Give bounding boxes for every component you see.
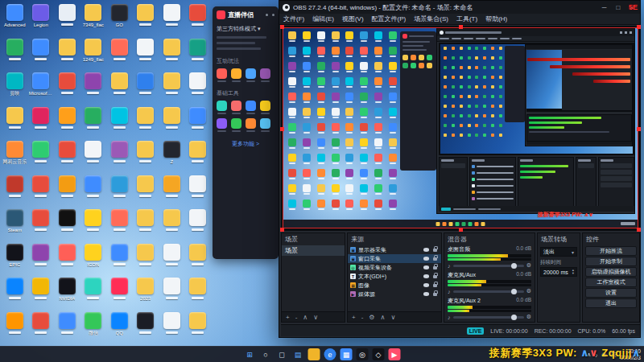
companion-more-link[interactable]: 更多功能 > bbox=[217, 140, 275, 148]
visibility-eye-icon[interactable] bbox=[423, 283, 429, 287]
source-item[interactable]: ◎视频采集设备 bbox=[348, 263, 441, 272]
volume-slider-handle[interactable] bbox=[511, 289, 517, 294]
selection-handle[interactable] bbox=[280, 228, 284, 232]
taskbar-icon-start[interactable]: ⊞ bbox=[244, 348, 256, 360]
remove-button[interactable]: - bbox=[361, 314, 364, 321]
lock-icon[interactable] bbox=[433, 257, 437, 261]
companion-tool[interactable] bbox=[260, 68, 270, 82]
selection-handle[interactable] bbox=[459, 228, 463, 232]
desktop-icon[interactable] bbox=[185, 70, 212, 105]
desktop-icon[interactable]: 2023 bbox=[133, 275, 159, 310]
remove-button[interactable]: - bbox=[295, 314, 298, 321]
desktop-icon[interactable] bbox=[185, 173, 212, 208]
desktop-icon[interactable] bbox=[185, 241, 212, 276]
companion-tool[interactable] bbox=[246, 101, 256, 114]
source-item[interactable]: ▣显示器采集 bbox=[348, 245, 441, 254]
desktop-icon[interactable] bbox=[133, 310, 159, 344]
volume-slider-handle[interactable] bbox=[511, 315, 517, 320]
desktop-icon[interactable] bbox=[133, 2, 159, 36]
desktop-icon[interactable]: Advanced bbox=[2, 2, 28, 36]
desktop-icon[interactable] bbox=[54, 310, 80, 344]
taskbar-icon-capcut[interactable]: ◇ bbox=[373, 348, 385, 360]
selection-handle[interactable] bbox=[280, 25, 284, 29]
visibility-eye-icon[interactable] bbox=[423, 257, 429, 261]
menubar-item[interactable]: 帮助(H) bbox=[481, 14, 511, 23]
desktop-icon[interactable] bbox=[80, 105, 107, 139]
volume-slider-handle[interactable] bbox=[511, 263, 517, 269]
source-item[interactable]: T文本(GDI+) bbox=[348, 272, 441, 281]
desktop-icon[interactable] bbox=[28, 105, 55, 139]
start-virtual-camera-button[interactable]: 启动虚拟摄像机 bbox=[585, 267, 637, 277]
taskbar-icon-file-explorer[interactable] bbox=[308, 348, 320, 360]
desktop-icon[interactable]: 网易云音乐 bbox=[2, 138, 28, 173]
desktop-icon[interactable]: QQ bbox=[106, 310, 133, 344]
scene-item[interactable]: 场景 bbox=[282, 245, 345, 256]
desktop-icon[interactable] bbox=[106, 173, 133, 208]
desktop-icon[interactable] bbox=[133, 36, 159, 71]
desktop-icon[interactable] bbox=[28, 36, 55, 71]
move-down-button[interactable]: ∨ bbox=[390, 314, 395, 321]
taskbar-icon-task-view[interactable]: ◻ bbox=[276, 348, 288, 360]
desktop-icon[interactable] bbox=[54, 36, 80, 71]
desktop-icon[interactable] bbox=[2, 105, 28, 139]
taskbar-icon-edge[interactable]: e bbox=[324, 348, 336, 360]
desktop-icon[interactable] bbox=[133, 70, 159, 105]
desktop-icon[interactable] bbox=[54, 173, 80, 208]
desktop-icon[interactable] bbox=[185, 207, 212, 241]
desktop-icon[interactable] bbox=[185, 2, 212, 36]
desktop-icon[interactable]: NVIDIA bbox=[54, 275, 80, 310]
desktop-icon[interactable] bbox=[106, 70, 133, 105]
desktop-icon[interactable]: Legion bbox=[28, 2, 55, 36]
taskbar-icon-widgets[interactable]: ▤ bbox=[292, 348, 304, 360]
desktop-icon[interactable] bbox=[133, 173, 159, 208]
volume-slider[interactable] bbox=[453, 316, 524, 319]
companion-tool[interactable] bbox=[217, 101, 227, 114]
taskbar-icon-store[interactable]: ▦ bbox=[341, 348, 353, 360]
speaker-icon[interactable]: ♪ bbox=[448, 263, 451, 269]
selection-handle[interactable] bbox=[637, 25, 641, 29]
source-item[interactable]: ▶媒体源 bbox=[348, 290, 441, 298]
properties-gear-icon[interactable]: ⚙ bbox=[369, 314, 374, 321]
speaker-icon[interactable]: ♪ bbox=[448, 315, 451, 320]
desktop-icon[interactable]: Microsoft Edge bbox=[28, 70, 55, 105]
desktop-icon[interactable] bbox=[133, 138, 159, 173]
companion-tool[interactable] bbox=[217, 118, 227, 132]
visibility-eye-icon[interactable] bbox=[423, 292, 429, 296]
lock-icon[interactable] bbox=[433, 249, 437, 252]
desktop-icon[interactable] bbox=[106, 241, 133, 276]
volume-slider[interactable] bbox=[453, 265, 524, 267]
desktop-icon[interactable] bbox=[2, 36, 28, 71]
taskbar-icon-obs[interactable]: ◎ bbox=[357, 348, 369, 360]
desktop-icon[interactable] bbox=[185, 138, 212, 173]
desktop-icon[interactable] bbox=[159, 105, 185, 139]
desktop-icon[interactable] bbox=[159, 70, 185, 105]
minimize-button[interactable]: ─ bbox=[599, 4, 610, 11]
channel-settings-gear-icon[interactable]: ⚙ bbox=[526, 288, 531, 294]
visibility-eye-icon[interactable] bbox=[423, 248, 429, 252]
transition-select[interactable]: 淡出 ▾ bbox=[540, 247, 577, 257]
desktop-icon[interactable] bbox=[133, 241, 159, 276]
desktop-icon[interactable] bbox=[28, 207, 55, 241]
add-button[interactable]: + bbox=[352, 314, 356, 321]
desktop-icon[interactable] bbox=[54, 138, 80, 173]
desktop-icon[interactable] bbox=[54, 2, 80, 36]
desktop-icon[interactable] bbox=[159, 207, 185, 241]
menubar-item[interactable]: 配置文件(P) bbox=[368, 14, 411, 23]
lock-icon[interactable] bbox=[433, 284, 437, 287]
desktop-icon[interactable] bbox=[2, 275, 28, 310]
desktop-icon[interactable] bbox=[106, 105, 133, 139]
maximize-button[interactable]: □ bbox=[613, 4, 623, 11]
desktop-icon[interactable]: 7349_flac bbox=[80, 2, 107, 36]
companion-close-icon[interactable] bbox=[272, 14, 275, 16]
desktop-icon[interactable]: GO bbox=[106, 2, 133, 36]
desktop-icon[interactable]: 1249_flac bbox=[80, 36, 107, 71]
menubar-item[interactable]: 场景集合(S) bbox=[410, 14, 452, 23]
desktop-icon[interactable]: ICON bbox=[80, 241, 107, 276]
desktop-icon[interactable] bbox=[2, 310, 28, 344]
studio-mode-button[interactable]: 工作室模式 bbox=[585, 278, 637, 287]
lock-icon[interactable] bbox=[433, 275, 437, 278]
desktop-icon[interactable] bbox=[28, 173, 55, 208]
desktop-icon[interactable] bbox=[54, 70, 80, 105]
desktop-icon[interactable]: 微信 bbox=[80, 310, 107, 344]
companion-tool[interactable] bbox=[231, 68, 242, 82]
